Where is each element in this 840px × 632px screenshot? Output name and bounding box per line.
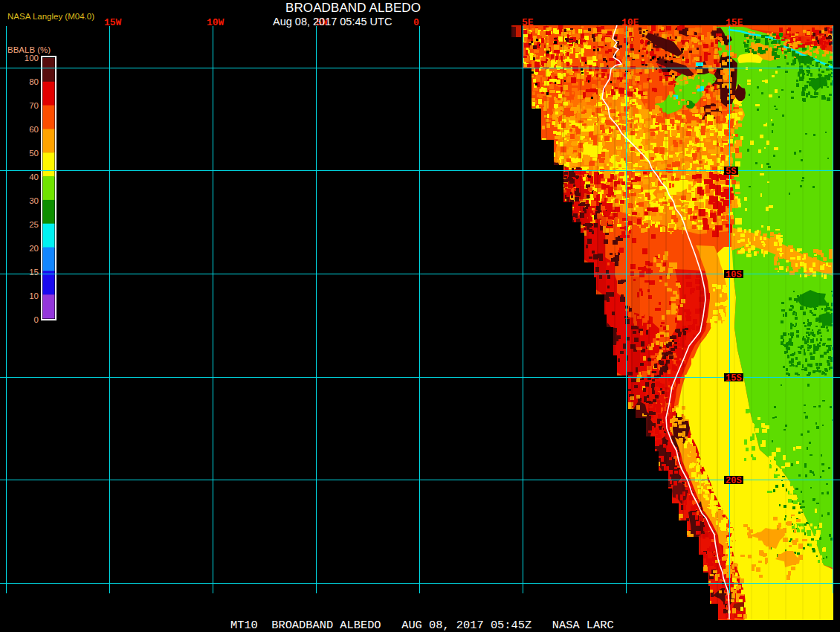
svg-text:60: 60 [29,125,39,134]
svg-text:10: 10 [29,291,39,300]
svg-text:0: 0 [34,315,39,324]
svg-text:10W: 10W [207,17,224,28]
svg-text:5S: 5S [726,167,736,177]
svg-text:BROADBAND ALBEDO: BROADBAND ALBEDO [285,1,421,15]
svg-text:40: 40 [29,172,39,181]
svg-text:20: 20 [29,244,39,253]
svg-text:15: 15 [29,268,39,277]
svg-text:15E: 15E [726,17,743,28]
svg-text:20S: 20S [726,476,742,486]
svg-text:25: 25 [29,220,39,229]
svg-text:Aug 08, 2017 05:45 UTC: Aug 08, 2017 05:45 UTC [273,16,392,28]
svg-text:MT10 BROADBAND ALBEDO AUG 0: MT10 BROADBAND ALBEDO AUG 08, 2017 05:45… [230,619,614,632]
svg-text:30: 30 [29,196,39,205]
svg-text:80: 80 [29,77,39,86]
svg-text:100: 100 [25,54,39,62]
svg-text:10S: 10S [726,270,742,280]
svg-text:15W: 15W [104,17,122,28]
svg-text:15S: 15S [726,373,742,384]
svg-text:5E: 5E [522,17,534,28]
svg-text:NASA Langley (M04.0): NASA Langley (M04.0) [7,12,94,21]
svg-text:0: 0 [413,17,419,28]
svg-text:10E: 10E [621,17,639,28]
svg-text:50: 50 [29,149,39,158]
svg-text:70: 70 [29,101,39,110]
